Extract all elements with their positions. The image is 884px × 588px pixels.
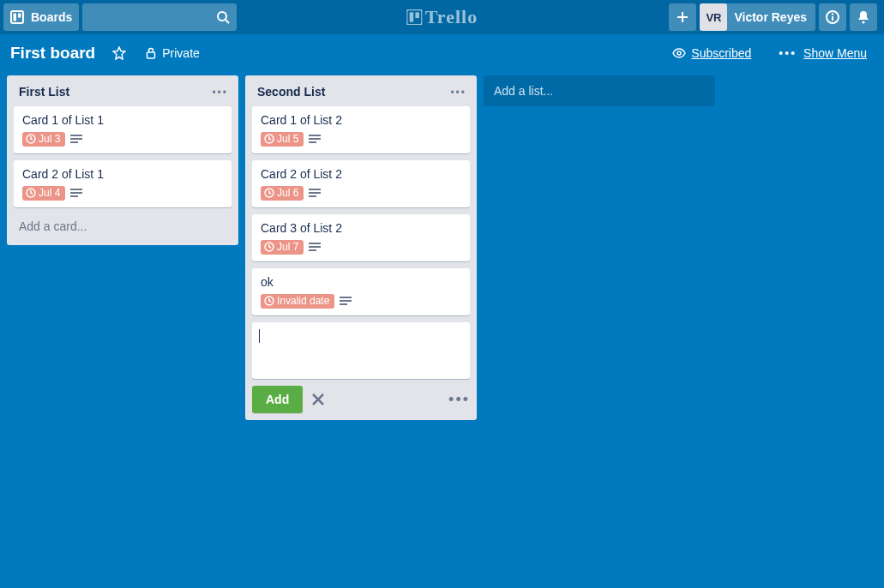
board-icon: [10, 10, 24, 24]
card-badges: Jul 6: [261, 186, 461, 201]
clock-icon: [264, 242, 274, 252]
trello-logo[interactable]: Trello: [406, 6, 478, 28]
card-badges: Jul 5: [261, 132, 461, 147]
ellipsis-icon: •••: [212, 87, 228, 99]
trello-logo-text: Trello: [425, 6, 478, 28]
lock-icon: [145, 47, 157, 59]
due-date-badge: Invalid date: [261, 294, 334, 309]
description-icon: [309, 243, 321, 253]
trello-logo-icon: [406, 9, 422, 25]
card[interactable]: Card 1 of List 2 Jul 5: [252, 106, 470, 153]
svg-rect-7: [415, 12, 419, 18]
compose-menu-button[interactable]: •••: [448, 391, 470, 409]
card-badges: Invalid date: [261, 294, 461, 309]
description-icon: [70, 135, 82, 145]
list-title[interactable]: Second List: [257, 85, 450, 99]
search-icon: [216, 10, 230, 24]
bell-icon: [856, 9, 871, 25]
due-date-badge: Jul 7: [261, 240, 304, 255]
description-icon: [309, 189, 321, 199]
list-title[interactable]: First List: [19, 85, 212, 99]
text-caret: [259, 329, 260, 343]
card[interactable]: Card 1 of List 1 Jul 3: [14, 106, 232, 153]
clock-icon: [264, 134, 274, 144]
ellipsis-icon: •••: [779, 46, 797, 60]
search-input[interactable]: [82, 3, 237, 31]
ellipsis-icon: •••: [448, 391, 470, 408]
boards-label: Boards: [31, 10, 72, 24]
star-icon: [112, 46, 126, 60]
compose-controls: Add •••: [252, 386, 470, 413]
clock-icon: [26, 134, 36, 144]
svg-point-3: [218, 12, 226, 21]
list-header: First List •••: [14, 82, 232, 106]
info-icon: [825, 9, 840, 25]
description-icon: [309, 135, 321, 145]
description-icon: [340, 297, 352, 307]
header-right: VR Victor Reyes: [669, 3, 881, 31]
svg-rect-10: [832, 16, 833, 21]
privacy-label: Private: [162, 46, 200, 60]
description-icon: [70, 189, 82, 199]
card-title: Card 2 of List 2: [261, 167, 461, 181]
global-header: Boards Trello VR Victor Reyes: [0, 0, 884, 34]
card-title: ok: [261, 275, 461, 289]
svg-rect-5: [406, 9, 422, 25]
board-canvas: First List ••• Card 1 of List 1 Jul 3 Ca…: [0, 72, 884, 423]
star-button[interactable]: [105, 40, 138, 66]
eye-icon: [672, 46, 686, 60]
subscribed-button[interactable]: Subscribed: [665, 40, 758, 66]
plus-icon: [676, 10, 689, 24]
svg-rect-0: [11, 11, 23, 23]
close-icon[interactable]: [310, 391, 327, 408]
list-menu-button[interactable]: •••: [450, 84, 466, 99]
user-name: Victor Reyes: [734, 10, 807, 24]
card[interactable]: ok Invalid date: [252, 268, 470, 315]
card-badges: Jul 4: [22, 186, 223, 201]
card[interactable]: Card 3 of List 2 Jul 7: [252, 214, 470, 261]
board-title[interactable]: First board: [10, 44, 95, 63]
list-header: Second List •••: [252, 82, 470, 106]
svg-rect-2: [18, 14, 21, 18]
user-menu[interactable]: VR Victor Reyes: [700, 3, 815, 31]
board-header: First board Private Subscribed ••• Show …: [0, 34, 884, 72]
notifications-button[interactable]: [850, 3, 877, 31]
svg-rect-12: [147, 52, 155, 58]
due-date-badge: Jul 6: [261, 186, 304, 201]
avatar: VR: [700, 3, 727, 31]
show-menu-label: Show Menu: [803, 46, 867, 60]
svg-point-11: [863, 21, 865, 24]
add-button[interactable]: Add: [252, 386, 303, 413]
card[interactable]: Card 2 of List 2 Jul 6: [252, 160, 470, 207]
card-badges: Jul 3: [22, 132, 223, 147]
svg-rect-1: [14, 14, 17, 21]
card-title: Card 2 of List 1: [22, 167, 223, 181]
due-date-badge: Jul 5: [261, 132, 304, 147]
subscribed-label: Subscribed: [691, 46, 751, 60]
clock-icon: [264, 296, 274, 306]
card-composer[interactable]: [252, 322, 470, 379]
card-title: Card 1 of List 2: [261, 113, 461, 127]
add-card-button[interactable]: Add a card...: [14, 214, 232, 238]
card-title: Card 3 of List 2: [261, 221, 461, 235]
add-list-button[interactable]: Add a list...: [484, 75, 715, 106]
privacy-button[interactable]: Private: [138, 40, 207, 66]
card-title: Card 1 of List 1: [22, 113, 223, 127]
board-header-right: Subscribed ••• Show Menu: [665, 40, 874, 66]
clock-icon: [264, 188, 274, 198]
show-menu-button[interactable]: ••• Show Menu: [772, 40, 874, 66]
list: Second List ••• Card 1 of List 2 Jul 5 C…: [245, 75, 477, 420]
svg-point-9: [832, 13, 833, 15]
svg-line-4: [226, 20, 229, 23]
list-menu-button[interactable]: •••: [212, 84, 228, 99]
ellipsis-icon: •••: [450, 87, 466, 99]
boards-button[interactable]: Boards: [3, 3, 79, 31]
card[interactable]: Card 2 of List 1 Jul 4: [14, 160, 232, 207]
info-button[interactable]: [819, 3, 846, 31]
due-date-badge: Jul 3: [22, 132, 65, 147]
svg-point-13: [677, 51, 681, 55]
card-badges: Jul 7: [261, 240, 461, 255]
svg-rect-6: [409, 12, 413, 21]
clock-icon: [26, 188, 36, 198]
create-button[interactable]: [669, 3, 696, 31]
